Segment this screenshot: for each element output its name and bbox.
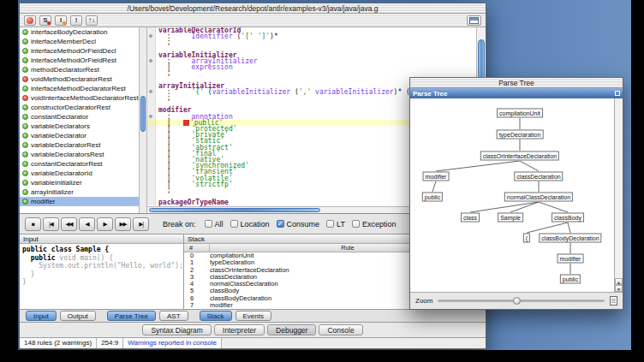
- panel-tab-events[interactable]: Events: [236, 311, 271, 321]
- rule-list-item[interactable]: voidMethodDeclaratorRest: [20, 74, 139, 84]
- zoom-slider-thumb[interactable]: [513, 297, 521, 305]
- rule-list-item[interactable]: interfaceMethodOrFieldDecl: [20, 46, 139, 56]
- syntax-diagram-button[interactable]: S: [39, 15, 51, 26]
- view-tab-console[interactable]: Console: [319, 324, 362, 335]
- parse-tree-window-titlebar[interactable]: Parse Tree: [410, 78, 623, 88]
- rule-list-item[interactable]: interfaceMemberDecl: [20, 37, 139, 46]
- export-icon[interactable]: [610, 296, 617, 306]
- checkbox-icon[interactable]: [230, 220, 238, 228]
- stop-button[interactable]: ■: [25, 217, 41, 231]
- panel-tab-parse-tree[interactable]: Parse Tree: [107, 311, 156, 321]
- break-checkbox-exception[interactable]: Exception: [352, 220, 397, 228]
- panel-tab-ast[interactable]: AST: [159, 311, 188, 321]
- editor-line[interactable]: : Identifier ('[' ']')*: [147, 33, 476, 39]
- rule-list-scrollbar[interactable]: [140, 27, 147, 213]
- fast-rewind-button[interactable]: ◀◀: [61, 217, 77, 231]
- rule-list-item[interactable]: variableInitializer: [20, 178, 139, 187]
- fast-forward-button[interactable]: ▶▶: [115, 217, 131, 231]
- breakpoint-dot-icon[interactable]: [149, 90, 152, 93]
- panel-tab-output[interactable]: Output: [60, 311, 96, 321]
- editor-line[interactable]: ;: [147, 70, 476, 76]
- parse-tree-node[interactable]: public: [560, 275, 581, 284]
- checkbox-icon[interactable]: [205, 220, 212, 228]
- panel-tab-input[interactable]: Input: [26, 311, 57, 321]
- goto-start-button[interactable]: |◀: [43, 217, 59, 231]
- break-checkbox-consume[interactable]: ✓Consume: [277, 220, 320, 228]
- interpreter-button[interactable]: I: [55, 15, 67, 26]
- rule-list-item[interactable]: voidInterfaceMethodDeclaratorRest: [20, 93, 139, 103]
- parse-tree-node[interactable]: classDeclaration: [514, 172, 563, 181]
- editor-hscrollbar-thumb[interactable]: [149, 208, 320, 212]
- parse-tree-node[interactable]: typeDeclaration: [497, 130, 544, 139]
- rule-ok-icon: [22, 104, 28, 110]
- parse-tree-node[interactable]: classOrInterfaceDeclaration: [480, 151, 559, 161]
- step-forward-button[interactable]: ▶: [97, 217, 113, 231]
- rule-scrollbar-thumb[interactable]: [140, 96, 146, 132]
- rule-list-item[interactable]: interfaceBodyDeclaration: [20, 27, 139, 37]
- checkbox-icon[interactable]: [326, 220, 334, 228]
- parse-tree-node[interactable]: {: [523, 234, 530, 243]
- checkbox-icon[interactable]: ✓: [277, 220, 284, 228]
- rule-list-item[interactable]: variableDeclaratorsRest: [20, 150, 139, 159]
- parse-tree-node[interactable]: compilationUnit: [497, 109, 543, 118]
- parse-tree-node[interactable]: classBodyDeclaration: [539, 234, 601, 243]
- sort-rules-button[interactable]: ↑↓: [86, 15, 98, 26]
- editor-line[interactable]: ;: [147, 39, 476, 45]
- input-text-segment: public: [22, 254, 56, 262]
- parse-tree-node[interactable]: modifier: [423, 172, 450, 181]
- rule-list-item[interactable]: constantDeclaratorRest: [20, 159, 139, 169]
- detach-checkbox-icon[interactable]: [615, 91, 620, 96]
- parse-tree-node[interactable]: Sample: [498, 213, 523, 223]
- tree-scroll-up-icon[interactable]: ▲: [615, 278, 623, 285]
- editor-gutter-cell: [147, 145, 156, 151]
- break-checkbox-lt[interactable]: LT: [326, 220, 345, 228]
- main-window-titlebar[interactable]: /Users/bovet/Development/Research/depot/…: [20, 3, 486, 14]
- goto-end-button[interactable]: ▶|: [133, 217, 149, 231]
- status-bar: 148 rules (2 warnings) 254:9 Warnings re…: [20, 338, 486, 348]
- editor-gutter-cell: [147, 107, 156, 113]
- parse-tree-node[interactable]: normalClassDeclaration: [504, 193, 573, 202]
- parse-tree-node[interactable]: classBody: [552, 213, 584, 223]
- zoom-slider[interactable]: [438, 300, 605, 302]
- rule-list-item[interactable]: methodDeclaratorRest: [20, 65, 139, 74]
- editor-vscrollbar-thumb[interactable]: [478, 39, 485, 79]
- view-tab-syntax-diagram[interactable]: Syntax Diagram: [142, 324, 211, 335]
- panel-tab-stack[interactable]: Stack: [200, 311, 232, 321]
- parse-tree-panel-header[interactable]: Parse Tree: [410, 88, 623, 98]
- checkbox-icon[interactable]: [352, 220, 360, 228]
- parse-tree-node[interactable]: public: [422, 193, 443, 202]
- rule-list-item[interactable]: variableDeclarator: [20, 131, 139, 140]
- code-segment: Identifier: [192, 33, 233, 40]
- code-segment: '{': [192, 88, 204, 96]
- rule-list-item[interactable]: constantDeclarator: [20, 112, 139, 122]
- parse-tree-node[interactable]: modifier: [558, 254, 584, 264]
- parse-tree-scrollbar[interactable]: ▲ ▼: [614, 98, 623, 292]
- error-indicator-button[interactable]: [24, 15, 36, 26]
- break-checkbox-location[interactable]: Location: [230, 220, 270, 228]
- rule-ok-icon: [22, 142, 28, 148]
- rule-list-item[interactable]: interfaceMethodOrFieldRest: [20, 56, 139, 65]
- view-tab-interpreter[interactable]: Interpreter: [214, 324, 265, 335]
- step-backward-button[interactable]: ◀: [79, 217, 95, 231]
- rule-list-item[interactable]: interfaceMethodDeclaratorRest: [20, 84, 139, 93]
- break-checkbox-all[interactable]: All: [205, 220, 224, 228]
- rule-list-item[interactable]: variableDeclarators: [20, 122, 139, 131]
- rule-list-item[interactable]: arrayInitializer: [20, 187, 139, 197]
- rule-list-item[interactable]: constructorDeclaratorRest: [20, 103, 139, 112]
- rule-list-item[interactable]: variableDeclaratorId: [20, 169, 139, 178]
- breakpoint-dot-icon[interactable]: [149, 59, 152, 62]
- breakpoint-dot-icon[interactable]: [149, 34, 152, 38]
- tree-scroll-down-icon[interactable]: ▼: [615, 285, 623, 292]
- editor-line[interactable]: | expression: [147, 64, 476, 70]
- editor-gutter-cell: [147, 95, 156, 101]
- view-tab-debugger[interactable]: Debugger: [267, 324, 316, 335]
- parse-tree-node[interactable]: class: [461, 213, 480, 223]
- breakpoint-dot-icon[interactable]: [149, 115, 152, 118]
- input-text-segment: }: [22, 270, 34, 278]
- check-grammar-button[interactable]: !: [70, 15, 82, 26]
- rule-list-item[interactable]: modifier: [20, 197, 139, 206]
- input-lines[interactable]: public class Sample { public void main()…: [20, 244, 183, 309]
- rule-list-item[interactable]: variableDeclaratorRest: [20, 140, 139, 150]
- editor-gutter-cell: [147, 138, 156, 144]
- toggle-panel-button[interactable]: [467, 15, 481, 26]
